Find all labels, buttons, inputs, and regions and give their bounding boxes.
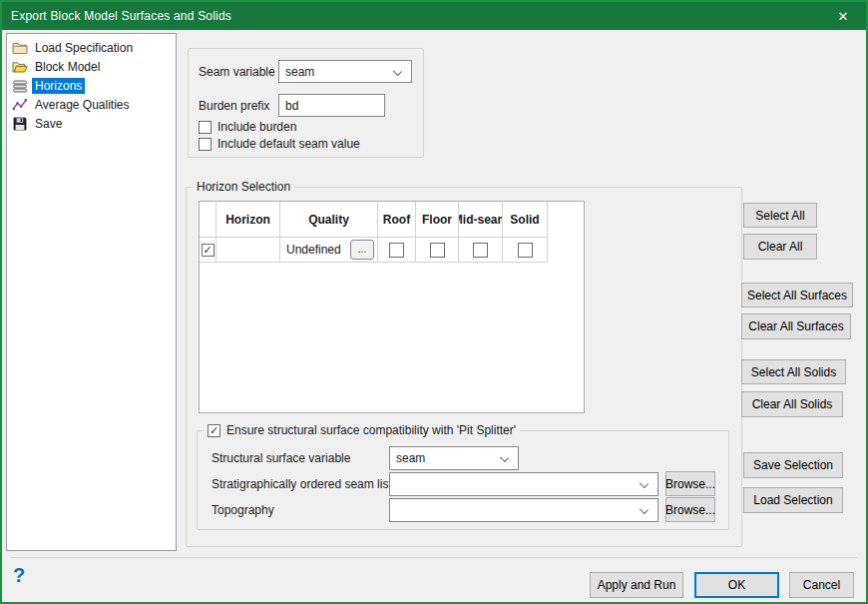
seam-list-label: Stratigraphically ordered seam list xyxy=(212,477,392,491)
row-solid-checkbox[interactable] xyxy=(518,243,533,258)
horizon-selection-group-title: Horizon Selection xyxy=(193,180,294,194)
topography-combobox[interactable] xyxy=(389,498,658,522)
header-mid-seam: Mid-seam xyxy=(459,202,503,238)
close-button[interactable]: ✕ xyxy=(820,2,866,30)
include-default-seam-checkbox[interactable] xyxy=(199,138,212,151)
sidebar-item-horizons[interactable]: Horizons xyxy=(9,76,174,95)
export-dialog-window: Export Block Model Surfaces and Solids ✕… xyxy=(0,0,868,604)
include-default-checkbox-row[interactable]: Include default seam value xyxy=(199,137,360,151)
row-mid-seam-checkbox[interactable] xyxy=(473,243,488,258)
ensure-compatibility-checkbox[interactable]: ✓ xyxy=(208,424,220,437)
clear-all-surfaces-button[interactable]: Clear All Surfaces xyxy=(741,313,851,339)
structural-surface-variable-combobox[interactable]: seam xyxy=(389,446,519,470)
window-title: Export Block Model Surfaces and Solids xyxy=(2,9,231,23)
seam-variable-combobox[interactable]: seam xyxy=(278,60,412,83)
select-all-button[interactable]: Select All xyxy=(743,203,817,228)
chevron-down-icon xyxy=(500,453,509,462)
burden-prefix-label: Burden prefix xyxy=(199,99,269,113)
sidebar-item-average-qualities[interactable]: Average Qualities xyxy=(9,95,174,114)
seam-list-combobox[interactable] xyxy=(389,472,658,496)
burden-prefix-input[interactable]: bd xyxy=(278,94,385,117)
burden-prefix-value: bd xyxy=(285,99,298,113)
save-selection-button[interactable]: Save Selection xyxy=(743,452,843,478)
row-floor-checkbox[interactable] xyxy=(430,243,445,258)
clear-all-solids-button[interactable]: Clear All Solids xyxy=(741,391,843,417)
sidebar-item-label: Average Qualities xyxy=(32,97,133,113)
seam-settings-group: Seam variable seam Burden prefix bd Incl… xyxy=(188,48,424,158)
table-row[interactable]: ✓ Undefined ... xyxy=(200,238,584,263)
layers-icon xyxy=(12,78,28,94)
clear-all-button[interactable]: Clear All xyxy=(743,234,817,260)
ensure-compatibility-checkbox-row[interactable]: ✓ Ensure structural surface compatibilit… xyxy=(204,423,520,437)
header-quality: Quality xyxy=(280,202,378,238)
sidebar-item-save[interactable]: Save xyxy=(9,114,174,133)
chevron-down-icon xyxy=(640,505,649,514)
horizon-table-header: Horizon Quality Roof Floor Mid-seam Soli… xyxy=(200,202,584,238)
seam-variable-value: seam xyxy=(285,65,314,79)
check-icon: ✓ xyxy=(210,425,218,436)
sidebar-item-label: Load Specification xyxy=(32,40,136,56)
select-all-surfaces-button[interactable]: Select All Surfaces xyxy=(741,283,853,307)
header-roof: Roof xyxy=(378,202,416,238)
sidebar-item-label: Save xyxy=(32,116,65,132)
chart-icon xyxy=(12,97,28,113)
ok-button[interactable]: OK xyxy=(694,572,779,598)
header-solid: Solid xyxy=(503,202,548,238)
apply-and-run-button[interactable]: Apply and Run xyxy=(590,572,683,598)
topography-browse-button[interactable]: Browse... xyxy=(665,497,715,522)
cancel-button[interactable]: Cancel xyxy=(789,572,854,598)
sidebar-pages-list: Load Specification Block Model Horizons … xyxy=(6,33,177,551)
help-button[interactable]: ? xyxy=(13,564,25,587)
footer-divider xyxy=(11,557,857,558)
sidebar-item-load-specification[interactable]: Load Specification xyxy=(9,38,174,57)
save-icon xyxy=(12,116,28,132)
include-burden-checkbox-row[interactable]: Include burden xyxy=(199,120,296,134)
structural-compatibility-group: ✓ Ensure structural surface compatibilit… xyxy=(197,430,729,530)
row-roof-checkbox[interactable] xyxy=(389,243,404,258)
structural-surface-variable-value: seam xyxy=(396,451,425,465)
sidebar-item-block-model[interactable]: Block Model xyxy=(9,57,174,76)
row-quality-cell[interactable]: Undefined ... xyxy=(280,238,378,263)
chevron-down-icon xyxy=(393,67,402,76)
header-horizon: Horizon xyxy=(217,202,280,238)
check-icon: ✓ xyxy=(203,245,212,256)
seam-list-browse-button[interactable]: Browse... xyxy=(665,471,715,496)
row-horizon-cell[interactable] xyxy=(217,238,280,263)
structural-surface-variable-label: Structural surface variable xyxy=(212,451,350,465)
sidebar-item-label: Horizons xyxy=(32,78,85,94)
seam-variable-label: Seam variable xyxy=(199,65,275,79)
row-select-checkbox[interactable]: ✓ xyxy=(202,244,215,257)
quality-ellipsis-button[interactable]: ... xyxy=(350,240,374,260)
horizon-selection-group: Horizon Selection Horizon Quality Roof F… xyxy=(186,187,742,547)
sidebar-item-label: Block Model xyxy=(32,59,103,75)
include-burden-checkbox[interactable] xyxy=(199,121,212,134)
include-default-seam-label: Include default seam value xyxy=(217,137,360,151)
header-select-column xyxy=(200,202,217,238)
titlebar[interactable]: Export Block Model Surfaces and Solids xyxy=(2,2,866,30)
include-burden-label: Include burden xyxy=(217,120,296,134)
close-icon: ✕ xyxy=(838,9,849,24)
ensure-compatibility-label: Ensure structural surface compatibility … xyxy=(226,423,516,437)
open-folder-icon xyxy=(12,59,28,75)
select-all-solids-button[interactable]: Select All Solids xyxy=(741,359,846,384)
horizon-table[interactable]: Horizon Quality Roof Floor Mid-seam Soli… xyxy=(199,201,585,413)
chevron-down-icon xyxy=(640,479,649,488)
header-floor: Floor xyxy=(416,202,459,238)
closed-folder-icon xyxy=(12,40,28,56)
topography-label: Topography xyxy=(212,503,274,517)
load-selection-button[interactable]: Load Selection xyxy=(743,487,843,513)
row-quality-value: Undefined xyxy=(286,243,341,257)
